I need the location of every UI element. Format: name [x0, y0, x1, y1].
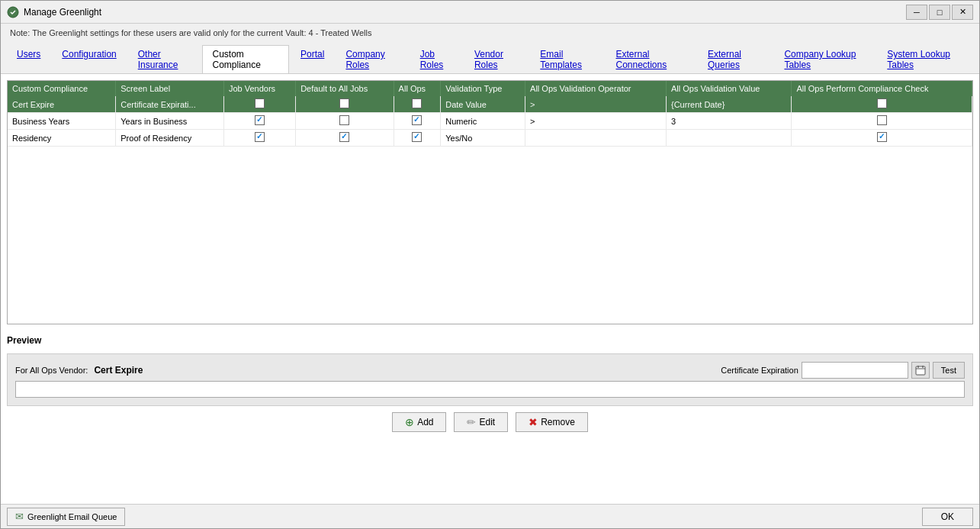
checkbox[interactable]: [877, 115, 887, 125]
checkbox[interactable]: [339, 98, 349, 108]
col-all-ops-value: All Ops Validation Value: [666, 81, 791, 96]
vendor-name: Cert Expire: [94, 365, 143, 376]
preview-box: For All Ops Vendor: Cert Expire Certific…: [7, 353, 973, 406]
col-default-all-jobs: Default to All Jobs: [296, 81, 394, 96]
table-cell: Numeric: [441, 113, 525, 130]
checkbox[interactable]: [412, 115, 422, 125]
col-all-ops: All Ops: [394, 81, 441, 96]
email-queue-label: Greenlight Email Queue: [27, 512, 117, 521]
email-queue-button[interactable]: ✉ Greenlight Email Queue: [7, 508, 125, 526]
edit-label: Edit: [479, 417, 495, 427]
tab-external-queries[interactable]: External Queries: [698, 45, 773, 73]
add-icon: ⊕: [405, 416, 414, 428]
app-icon: [7, 6, 19, 18]
add-label: Add: [417, 417, 433, 427]
checkbox[interactable]: [255, 98, 265, 108]
col-validation-type: Validation Type: [441, 81, 525, 96]
col-all-ops-perform: All Ops Perform Compliance Check: [792, 81, 972, 96]
preview-date-input[interactable]: [802, 362, 908, 379]
tab-job-roles[interactable]: Job Roles: [410, 45, 463, 73]
checkbox[interactable]: [877, 132, 887, 142]
table-row[interactable]: ResidencyProof of ResidencyYes/No: [8, 130, 972, 147]
compliance-table-container: Custom Compliance Screen Label Job Vendo…: [7, 80, 973, 324]
table-cell: Cert Expire: [8, 96, 116, 113]
table-cell: Date Value: [441, 96, 525, 113]
checkbox[interactable]: [412, 98, 422, 108]
tab-email-templates[interactable]: Email Templates: [530, 45, 604, 73]
table-cell: >: [525, 96, 667, 113]
checkbox[interactable]: [877, 98, 887, 108]
test-button[interactable]: Test: [933, 362, 965, 379]
preview-row: For All Ops Vendor: Cert Expire Certific…: [15, 362, 965, 379]
nav-tabs: Users Configuration Other Insurance Cust…: [1, 42, 979, 74]
table-cell: 3: [666, 113, 791, 130]
table-cell: [792, 96, 972, 113]
edit-button[interactable]: ✏ Edit: [454, 412, 508, 432]
preview-label: Preview: [7, 335, 973, 346]
tab-company-lookup-tables[interactable]: Company Lookup Tables: [774, 45, 876, 73]
tab-external-connections[interactable]: External Connections: [606, 45, 696, 73]
checkbox[interactable]: [339, 115, 349, 125]
table-cell: Business Years: [8, 113, 116, 130]
table-cell: [223, 113, 295, 130]
col-screen-label: Screen Label: [116, 81, 224, 96]
add-button[interactable]: ⊕ Add: [392, 412, 446, 432]
calendar-button[interactable]: [911, 362, 930, 379]
table-cell: [666, 130, 791, 147]
col-custom-compliance: Custom Compliance: [8, 81, 116, 96]
table-cell: >: [525, 113, 667, 130]
table-cell: [223, 96, 295, 113]
table-cell: Yes/No: [441, 130, 525, 147]
note-text: Note: The Greenlight settings for these …: [10, 28, 371, 37]
table-cell: Proof of Residency: [116, 130, 224, 147]
remove-button[interactable]: ✖ Remove: [516, 412, 588, 432]
remove-icon: ✖: [529, 416, 538, 428]
action-buttons: ⊕ Add ✏ Edit ✖ Remove: [1, 406, 979, 438]
table-cell: [394, 113, 441, 130]
table-cell: [296, 96, 394, 113]
tab-portal[interactable]: Portal: [291, 45, 334, 73]
checkbox[interactable]: [255, 115, 265, 125]
tab-configuration[interactable]: Configuration: [52, 45, 126, 73]
tab-other-insurance[interactable]: Other Insurance: [128, 45, 201, 73]
table-cell: Residency: [8, 130, 116, 147]
window-title: Manage Greenlight: [24, 7, 906, 18]
preview-field-group: Certificate Expiration Test: [721, 362, 965, 379]
vendor-label: For All Ops Vendor:: [15, 366, 88, 375]
field-label: Certificate Expiration: [721, 366, 798, 375]
table-cell: Years in Business: [116, 113, 224, 130]
table-cell: [223, 130, 295, 147]
email-icon: ✉: [15, 511, 24, 522]
table-row[interactable]: Cert ExpireCertificate Expirati...Date V…: [8, 96, 972, 113]
close-button[interactable]: ✕: [952, 5, 973, 20]
table-cell: [792, 113, 972, 130]
col-all-ops-operator: All Ops Validation Operator: [525, 81, 667, 96]
table-cell: [394, 130, 441, 147]
table-cell: [525, 130, 667, 147]
bottom-bar: ✉ Greenlight Email Queue OK: [1, 504, 979, 528]
table-cell: [792, 130, 972, 147]
maximize-button[interactable]: □: [929, 5, 950, 20]
table-cell: [296, 130, 394, 147]
checkbox[interactable]: [339, 132, 349, 142]
minimize-button[interactable]: ─: [906, 5, 927, 20]
note-bar: Note: The Greenlight settings for these …: [1, 24, 979, 42]
col-job-vendors: Job Vendors: [223, 81, 295, 96]
tab-vendor-roles[interactable]: Vendor Roles: [464, 45, 529, 73]
table-cell: Certificate Expirati...: [116, 96, 224, 113]
table-header-row: Custom Compliance Screen Label Job Vendo…: [8, 81, 972, 96]
tab-custom-compliance[interactable]: Custom Compliance: [202, 45, 289, 73]
tab-users[interactable]: Users: [7, 45, 50, 73]
preview-result-input[interactable]: [15, 381, 965, 398]
tab-company-roles[interactable]: Company Roles: [336, 45, 408, 73]
table-cell: {Current Date}: [666, 96, 791, 113]
ok-button[interactable]: OK: [922, 508, 973, 526]
remove-label: Remove: [541, 417, 575, 427]
tab-system-lookup-tables[interactable]: System Lookup Tables: [877, 45, 972, 73]
checkbox[interactable]: [255, 132, 265, 142]
table-row[interactable]: Business YearsYears in BusinessNumeric>3: [8, 113, 972, 130]
edit-icon: ✏: [467, 416, 476, 428]
compliance-table: Custom Compliance Screen Label Job Vendo…: [8, 81, 972, 147]
checkbox[interactable]: [412, 132, 422, 142]
preview-section: Preview: [1, 331, 979, 353]
